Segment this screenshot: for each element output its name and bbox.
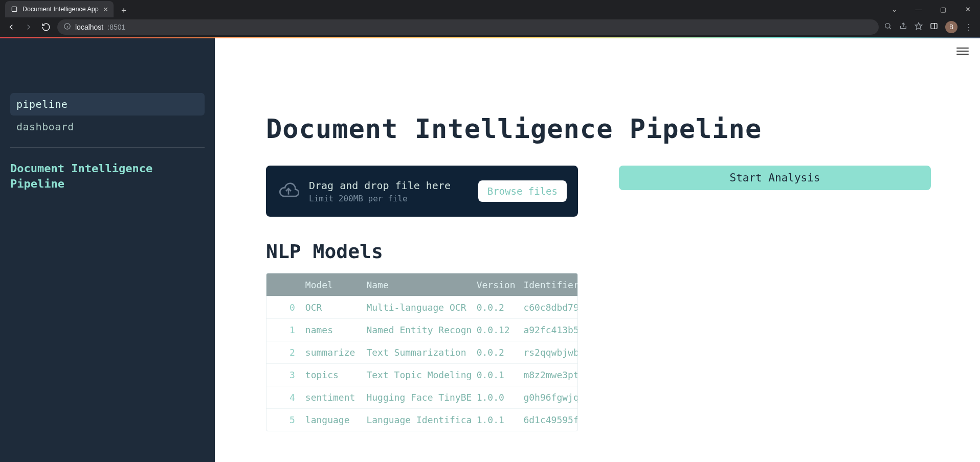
tab-favicon-icon: [10, 5, 18, 13]
cell-index: 0: [266, 302, 300, 313]
svg-rect-7: [931, 24, 937, 29]
cell-index: 3: [266, 369, 300, 380]
cell-model: summarize: [300, 347, 362, 358]
cell-name: Text Topic Modeling: [361, 369, 471, 380]
table-row[interactable]: 2summarizeText Summarization0.0.2rs2qqwb…: [266, 341, 577, 363]
sidebar-item-dashboard[interactable]: dashboard: [10, 115, 205, 138]
share-icon[interactable]: [899, 22, 907, 32]
browser-toolbar: localhost:8501 B ⋮: [0, 17, 980, 37]
page-title: Document Intelligence Pipeline: [266, 113, 944, 144]
cell-name: Language Identificat: [361, 414, 471, 425]
cell-name: Named Entity Recogni: [361, 325, 471, 335]
th-model: Model: [300, 280, 362, 290]
cell-identifier: 6d1c49595f: [518, 414, 577, 425]
table-body: 0OCRMulti-language OCR0.0.2c60c8dbd791na…: [266, 296, 577, 431]
cell-version: 0.0.1: [472, 369, 519, 380]
star-icon[interactable]: [915, 22, 923, 32]
close-icon[interactable]: ✕: [103, 6, 108, 13]
sidebar-item-label: dashboard: [16, 121, 74, 133]
table-row[interactable]: 5languageLanguage Identificat1.0.16d1c49…: [266, 408, 577, 431]
file-uploader[interactable]: Drag and drop file here Limit 200MB per …: [266, 166, 578, 217]
loading-bar: [0, 37, 980, 38]
reload-icon[interactable]: [40, 21, 52, 33]
new-tab-button[interactable]: ＋: [117, 3, 131, 17]
chevron-down-icon[interactable]: ⌄: [885, 2, 903, 16]
th-identifier: Identifier: [518, 280, 577, 290]
main-content: Document Intelligence Pipeline Drag and …: [215, 37, 980, 462]
th-version: Version: [472, 280, 519, 290]
cell-index: 1: [266, 325, 300, 335]
svg-point-4: [885, 24, 890, 28]
table-header: Model Name Version Identifier: [266, 273, 577, 296]
app-viewport: pipeline dashboard Document Intelligence…: [0, 37, 980, 462]
cell-identifier: m8z2mwe3pt: [518, 369, 577, 380]
th-name: Name: [361, 280, 471, 290]
tab-strip: Document Intelligence App ✕ ＋ ⌄ ― ▢ ✕: [0, 0, 980, 17]
toolbar-right: B ⋮: [884, 21, 975, 33]
table-row[interactable]: 3topicsText Topic Modeling0.0.1m8z2mwe3p…: [266, 363, 577, 386]
cell-identifier: c60c8dbd79: [518, 302, 577, 313]
sidebar-item-pipeline[interactable]: pipeline: [10, 93, 205, 115]
start-analysis-button[interactable]: Start Analysis: [619, 166, 931, 190]
models-header: NLP Models: [266, 240, 944, 263]
cell-version: 1.0.0: [472, 392, 519, 403]
table-row[interactable]: 1namesNamed Entity Recogni0.0.12a92fc413…: [266, 318, 577, 341]
uploader-text: Drag and drop file here Limit 200MB per …: [309, 179, 451, 203]
forward-icon[interactable]: [23, 21, 35, 33]
cell-index: 5: [266, 414, 300, 425]
info-icon[interactable]: [63, 22, 71, 32]
cell-version: 1.0.1: [472, 414, 519, 425]
cell-version: 0.0.12: [472, 325, 519, 335]
cell-identifier: g0h96fgwjq: [518, 392, 577, 403]
cell-version: 0.0.2: [472, 302, 519, 313]
cell-identifier: a92fc413b5: [518, 325, 577, 335]
cell-version: 0.0.2: [472, 347, 519, 358]
browser-tab[interactable]: Document Intelligence App ✕: [5, 1, 114, 17]
zoom-icon[interactable]: [884, 22, 892, 32]
cell-name: Hugging Face TinyBER: [361, 392, 471, 403]
cloud-upload-icon: [277, 180, 300, 202]
back-icon[interactable]: [5, 21, 17, 33]
action-row: Drag and drop file here Limit 200MB per …: [266, 166, 944, 217]
svg-line-5: [889, 28, 891, 29]
cell-identifier: rs2qqwbjwb: [518, 347, 577, 358]
svg-marker-6: [915, 22, 922, 29]
table-row[interactable]: 4sentimentHugging Face TinyBER1.0.0g0h96…: [266, 386, 577, 408]
url-port: :8501: [107, 23, 125, 31]
kebab-menu-icon[interactable]: ⋮: [965, 22, 973, 32]
browser-chrome: Document Intelligence App ✕ ＋ ⌄ ― ▢ ✕ lo…: [0, 0, 980, 37]
address-bar[interactable]: localhost:8501: [57, 19, 879, 35]
sidebar-item-label: pipeline: [16, 98, 68, 110]
tab-title: Document Intelligence App: [23, 6, 99, 13]
table-row[interactable]: 0OCRMulti-language OCR0.0.2c60c8dbd79: [266, 296, 577, 318]
window-controls: ⌄ ― ▢ ✕: [885, 1, 980, 17]
cell-index: 4: [266, 392, 300, 403]
minimize-icon[interactable]: ―: [909, 2, 928, 16]
browse-files-button[interactable]: Browse files: [478, 180, 567, 202]
models-table: Model Name Version Identifier 0OCRMulti-…: [266, 273, 578, 431]
close-window-icon[interactable]: ✕: [959, 2, 977, 16]
cell-name: Multi-language OCR: [361, 302, 471, 313]
cell-model: names: [300, 325, 362, 335]
uploader-line2: Limit 200MB per file: [309, 194, 451, 203]
cell-model: topics: [300, 369, 362, 380]
url-host: localhost: [75, 23, 103, 31]
uploader-line1: Drag and drop file here: [309, 179, 451, 192]
cell-model: sentiment: [300, 392, 362, 403]
svg-rect-0: [12, 7, 16, 11]
sidebar-nav: pipeline dashboard: [10, 93, 205, 148]
side-panel-icon[interactable]: [930, 22, 938, 32]
cell-index: 2: [266, 347, 300, 358]
sidebar-title: Document Intelligence Pipeline: [10, 161, 205, 191]
cell-model: OCR: [300, 302, 362, 313]
maximize-icon[interactable]: ▢: [934, 2, 952, 16]
cell-name: Text Summarization: [361, 347, 471, 358]
cell-model: language: [300, 414, 362, 425]
hamburger-menu-icon[interactable]: [956, 45, 969, 57]
sidebar: pipeline dashboard Document Intelligence…: [0, 37, 215, 462]
profile-avatar[interactable]: B: [945, 21, 957, 33]
